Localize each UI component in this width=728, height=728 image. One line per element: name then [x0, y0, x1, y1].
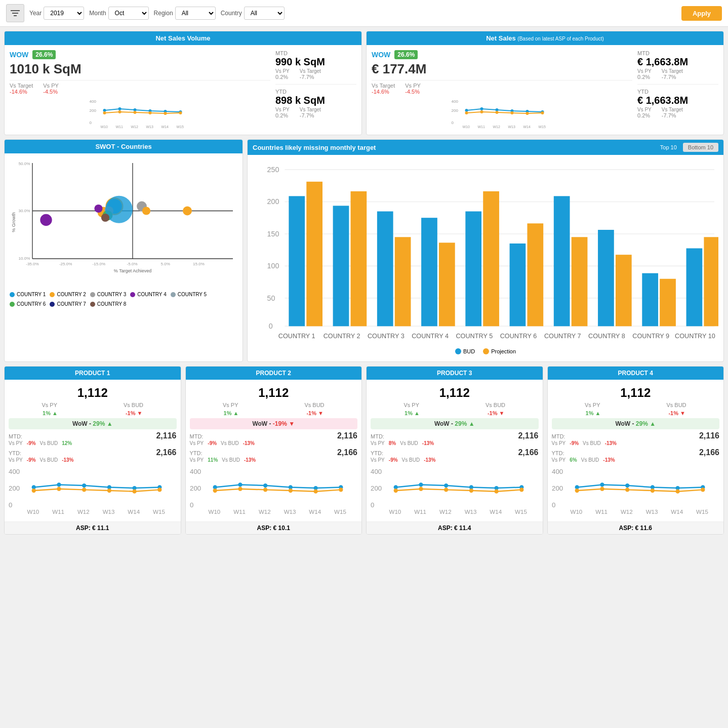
top-bottom-tabs: Top 10 Bottom 10 — [655, 143, 718, 152]
svg-point-186 — [600, 487, 604, 491]
svg-rect-88 — [395, 237, 411, 326]
svg-point-34 — [480, 110, 483, 113]
svg-point-127 — [157, 488, 161, 492]
svg-point-68 — [101, 214, 109, 222]
product-card-2: PRODUCT 2 1,112 Vs PY Vs BUD 1% ▲ -1% ▼ … — [185, 366, 362, 535]
net-sales-header: Net Sales (Based on latest ASP of each P… — [367, 31, 723, 45]
svg-text:150: 150 — [267, 230, 279, 238]
svg-text:-15.0%: -15.0% — [93, 262, 106, 266]
ns-main-value: € 177.4M — [372, 61, 632, 77]
mtd-value: 990 k SqM — [275, 56, 356, 68]
prod-sparkline: 400 200 0 W10 — [371, 464, 539, 515]
svg-text:W13: W13 — [284, 508, 296, 514]
region-label: Region — [154, 10, 173, 17]
ytd-row: YTD: 2,166 — [190, 448, 358, 457]
product-body: 1,112 Vs PY Vs BUD 1% ▲ -1% ▼ WoW - -19%… — [186, 380, 362, 519]
svg-text:COUNTRY 7: COUNTRY 7 — [544, 333, 581, 340]
prod-vs-values: 1% ▲ -1% ▼ — [552, 410, 720, 416]
ns-wow-row: WOW 26.6% — [372, 50, 632, 59]
net-sales-subtitle: (Based on latest ASP of each Product) — [517, 36, 603, 42]
apply-button[interactable]: Apply — [681, 6, 722, 21]
mtd-vs-target: Vs Target-7.7% — [300, 68, 321, 80]
country-select[interactable]: All — [244, 7, 285, 20]
svg-point-28 — [480, 107, 483, 110]
mtd-section: MTD 990 k SqM Vs PY0.2% Vs Target-7.7% — [275, 50, 356, 85]
mtd-vs-bud: 12% — [62, 440, 72, 446]
svg-point-16 — [164, 112, 167, 115]
svg-point-67 — [40, 214, 52, 226]
month-filter-group: Month Oct — [89, 7, 148, 20]
ns-vs-py: Vs PY -4.5% — [405, 83, 421, 95]
svg-text:% Target Achieved: % Target Achieved — [114, 268, 151, 273]
prod-vs-bud-val: -1% ▼ — [126, 410, 143, 416]
ns-vs-target: Vs Target -14.6% — [372, 83, 395, 95]
asp-footer: ASP: € 11.6 — [548, 521, 724, 534]
missing-target-chart: 250 200 150 100 50 0 — [253, 160, 718, 345]
year-label: Year — [29, 10, 42, 17]
bottom10-tab[interactable]: Bottom 10 — [683, 143, 718, 152]
prod-vs-bud: Vs BUD — [304, 402, 324, 408]
svg-point-166 — [444, 488, 448, 492]
product-body: 1,112 Vs PY Vs BUD 1% ▲ -1% ▼ WoW - 29% … — [548, 380, 724, 519]
svg-text:COUNTRY 10: COUNTRY 10 — [675, 333, 715, 340]
ytd-vs-bud: -13% — [603, 457, 615, 463]
svg-text:% Growth: % Growth — [11, 212, 16, 232]
svg-rect-101 — [686, 248, 703, 326]
ns-mtd-ytd: MTD € 1,663.8M Vs PY0.2% Vs Target-7.7% … — [637, 50, 718, 130]
region-select[interactable]: All — [175, 7, 216, 20]
month-select[interactable]: Oct — [108, 7, 149, 20]
bud-legend: BUD — [455, 348, 475, 354]
svg-point-117 — [57, 482, 61, 487]
swot-chart: % Growth -35.0% -25.0% -15.0% -5.0% 5.0%… — [5, 153, 242, 288]
filter-icon[interactable] — [6, 4, 24, 22]
svg-text:400: 400 — [190, 468, 201, 475]
ns-ytd-section: YTD € 1,663.8M Vs PY0.2% Vs Target-7.7% — [637, 89, 718, 118]
ns-mtd-section: MTD € 1,663.8M Vs PY0.2% Vs Target-7.7% — [637, 50, 718, 85]
svg-point-164 — [394, 489, 398, 493]
swot-header: SWOT - Countries — [5, 140, 242, 153]
legend-country8: COUNTRY 8 — [90, 301, 126, 307]
svg-point-17 — [179, 111, 182, 114]
svg-point-139 — [263, 483, 267, 488]
ytd-vs-bud: -13% — [244, 457, 256, 463]
svg-text:5.0%: 5.0% — [161, 262, 170, 266]
wow-row: WOW 26.6% — [10, 50, 270, 59]
svg-text:W10: W10 — [101, 125, 108, 128]
ytd-row: YTD: 2,166 — [552, 448, 720, 457]
svg-text:400: 400 — [9, 468, 20, 475]
ns-ytd-vs: Vs PY0.2% Vs Target-7.7% — [637, 106, 718, 118]
ns-mtd-label: MTD — [637, 50, 718, 56]
ytd-vs-py: 6% — [570, 457, 577, 463]
svg-text:W15: W15 — [334, 508, 346, 514]
svg-point-180 — [600, 482, 604, 487]
bud-label: BUD — [463, 348, 475, 354]
main-content: Net Sales Volume WOW 26.6% 1010 k SqM Vs… — [0, 27, 728, 543]
svg-text:400: 400 — [90, 99, 97, 104]
svg-point-169 — [519, 488, 523, 492]
ns-ytd-vs-target: Vs Target-7.7% — [662, 106, 683, 118]
svg-rect-87 — [377, 212, 393, 327]
mtd-row: MTD: 2,116 — [371, 431, 539, 440]
svg-rect-99 — [642, 273, 658, 327]
svg-text:W15: W15 — [177, 125, 184, 128]
svg-text:400: 400 — [371, 468, 382, 475]
net-sales-title: Net Sales — [486, 34, 516, 42]
svg-point-144 — [238, 487, 242, 491]
svg-text:200: 200 — [90, 108, 97, 113]
svg-text:COUNTRY 5: COUNTRY 5 — [456, 333, 493, 340]
ytd-big: 2,166 — [156, 448, 176, 457]
wow-badge: 26.6% — [32, 50, 56, 59]
product-body: 1,112 Vs PY Vs BUD 1% ▲ -1% ▼ WoW - 29% … — [367, 380, 543, 519]
svg-point-118 — [82, 483, 86, 488]
svg-point-189 — [675, 489, 679, 493]
svg-rect-90 — [439, 242, 455, 326]
svg-text:-35.0%: -35.0% — [26, 262, 39, 266]
ns-wow-label: WOW — [372, 51, 390, 59]
mtd-ytd-section: MTD 990 k SqM Vs PY0.2% Vs Target-7.7% Y… — [275, 50, 356, 130]
prod-vs-py-val: 1% ▲ — [224, 410, 239, 416]
swot-row: SWOT - Countries % Growth -35.0% -25.0% … — [4, 139, 724, 362]
year-select[interactable]: 2019 — [44, 7, 84, 20]
product-card-3: PRODUCT 3 1,112 Vs PY Vs BUD 1% ▲ -1% ▼ … — [366, 366, 543, 535]
top10-tab[interactable]: Top 10 — [655, 143, 682, 152]
svg-point-122 — [32, 489, 36, 493]
